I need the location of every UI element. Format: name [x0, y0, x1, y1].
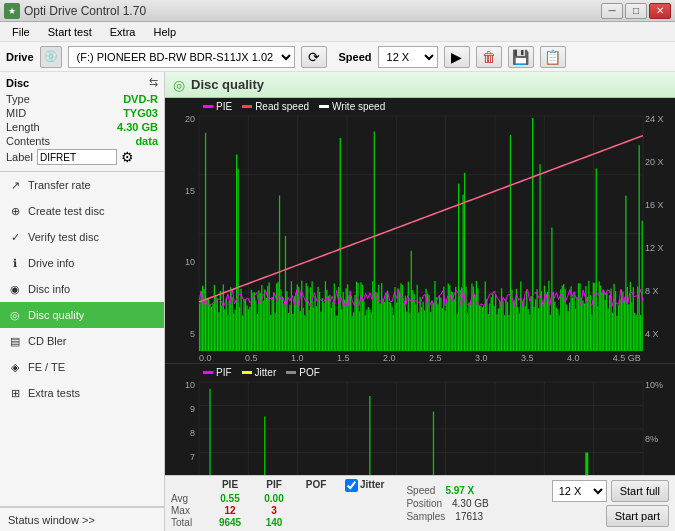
sidebar-item-label: Create test disc — [28, 205, 104, 217]
disc-label-settings-icon[interactable]: ⚙ — [121, 149, 134, 165]
disc-info-icon: ◉ — [8, 282, 22, 296]
main-layout: Disc ⇆ Type DVD-R MID TYG03 Length 4.30 … — [0, 72, 675, 531]
create-test-disc-icon: ⊕ — [8, 204, 22, 218]
top-chart-legend: PIE Read speed Write speed — [203, 101, 385, 112]
main-content: ◎ Disc quality PIE Read speed — [165, 72, 675, 531]
drive-info-icon: ℹ — [8, 256, 22, 270]
bottom-chart-y-axis-right: 10%8%6%4%2% — [645, 380, 673, 475]
clear-icon[interactable]: 🗑 — [476, 46, 502, 68]
speed-select[interactable]: 12 X — [378, 46, 438, 68]
top-chart-x-axis: 0.00.51.01.52.02.53.03.54.04.5 GB — [165, 353, 675, 363]
status-window-label: Status window >> — [8, 514, 95, 526]
speed-combo-select[interactable]: 12 X — [552, 480, 607, 502]
fe-te-icon: ◈ — [8, 360, 22, 374]
maximize-button[interactable]: □ — [625, 3, 647, 19]
sidebar-item-drive-info[interactable]: ℹ Drive info — [0, 250, 164, 276]
pie-legend-label: PIE — [216, 101, 232, 112]
content-header: ◎ Disc quality — [165, 72, 675, 98]
nav-items: ↗ Transfer rate ⊕ Create test disc ✓ Ver… — [0, 172, 164, 506]
sidebar-item-create-test-disc[interactable]: ⊕ Create test disc — [0, 198, 164, 224]
disc-type-value: DVD-R — [123, 93, 158, 105]
sidebar-item-extra-tests[interactable]: ⊞ Extra tests — [0, 380, 164, 406]
position-value: 4.30 GB — [452, 498, 489, 509]
disc-panel: Disc ⇆ Type DVD-R MID TYG03 Length 4.30 … — [0, 72, 164, 172]
status-window-button[interactable]: Status window >> — [0, 507, 164, 531]
sidebar-item-disc-info[interactable]: ◉ Disc info — [0, 276, 164, 302]
save-icon[interactable]: 💾 — [508, 46, 534, 68]
disc-arrows-icon[interactable]: ⇆ — [149, 76, 158, 89]
jitter-checkbox[interactable] — [345, 479, 358, 492]
app-title: Opti Drive Control 1.70 — [24, 4, 146, 18]
drive-select[interactable]: (F:) PIONEER BD-RW BDR-S11JX 1.02 — [68, 46, 295, 68]
drive-bar: Drive 💿 (F:) PIONEER BD-RW BDR-S11JX 1.0… — [0, 42, 675, 72]
top-chart-y-axis-right: 24 X 20 X 16 X 12 X 8 X 4 X — [645, 114, 673, 339]
menu-bar: File Start test Extra Help — [0, 22, 675, 42]
stats-max-label: Max — [171, 505, 207, 516]
sidebar-item-disc-quality[interactable]: ◎ Disc quality — [0, 302, 164, 328]
drive-refresh-icon[interactable]: ⟳ — [301, 46, 327, 68]
pof-legend-label: POF — [299, 367, 320, 378]
title-bar: ★ Opti Drive Control 1.70 ─ □ ✕ — [0, 0, 675, 22]
stats-avg-pif: 0.00 — [253, 493, 295, 504]
stats-total-pie: 9645 — [209, 517, 251, 528]
sidebar-item-cd-bler[interactable]: ▤ CD Bler — [0, 328, 164, 354]
disc-quality-header-icon: ◎ — [173, 77, 185, 93]
extra-tests-icon: ⊞ — [8, 386, 22, 400]
export-icon[interactable]: 📋 — [540, 46, 566, 68]
minimize-button[interactable]: ─ — [601, 3, 623, 19]
stats-total-pif: 140 — [253, 517, 295, 528]
pif-legend-label: PIF — [216, 367, 232, 378]
sidebar-item-transfer-rate[interactable]: ↗ Transfer rate — [0, 172, 164, 198]
sidebar-item-label: Extra tests — [28, 387, 80, 399]
bottom-chart-legend: PIF Jitter POF — [203, 367, 320, 378]
stats-total-label: Total — [171, 517, 207, 528]
start-full-button[interactable]: Start full — [611, 480, 669, 502]
sidebar-item-label: CD Bler — [28, 335, 67, 347]
position-label: Position — [406, 498, 442, 509]
disc-panel-title: Disc — [6, 77, 29, 89]
menu-file[interactable]: File — [4, 24, 38, 40]
menu-start-test[interactable]: Start test — [40, 24, 100, 40]
sidebar-item-fe-te[interactable]: ◈ FE / TE — [0, 354, 164, 380]
charts-area: PIE Read speed Write speed 20 15 — [165, 98, 675, 475]
sidebar-item-label: Verify test disc — [28, 231, 99, 243]
stats-avg-label: Avg — [171, 493, 207, 504]
verify-test-disc-icon: ✓ — [8, 230, 22, 244]
sidebar: Disc ⇆ Type DVD-R MID TYG03 Length 4.30 … — [0, 72, 165, 531]
pof-legend-color — [286, 371, 296, 374]
speed-go-icon[interactable]: ▶ — [444, 46, 470, 68]
stats-jitter-header: Jitter — [360, 479, 384, 492]
disc-mid-label: MID — [6, 107, 26, 119]
disc-type-label: Type — [6, 93, 30, 105]
cd-bler-icon: ▤ — [8, 334, 22, 348]
sidebar-item-label: Drive info — [28, 257, 74, 269]
top-chart — [165, 98, 675, 353]
sidebar-item-verify-test-disc[interactable]: ✓ Verify test disc — [0, 224, 164, 250]
disc-label-input[interactable] — [37, 149, 117, 165]
disc-contents-value: data — [135, 135, 158, 147]
bottom-chart-container: PIF Jitter POF 10987654321 — [165, 363, 675, 475]
disc-mid-value: TYG03 — [123, 107, 158, 119]
app-icon: ★ — [4, 3, 20, 19]
close-button[interactable]: ✕ — [649, 3, 671, 19]
bottom-chart-y-axis-left: 10987654321 — [167, 380, 195, 475]
sidebar-item-label: Disc quality — [28, 309, 84, 321]
top-chart-container: PIE Read speed Write speed 20 15 — [165, 98, 675, 353]
stats-middle: Speed 5.97 X Position 4.30 GB Samples 17… — [390, 485, 545, 522]
stats-pif-header: PIF — [253, 479, 295, 492]
disc-length-label: Length — [6, 121, 40, 133]
stats-table: PIE PIF POF Jitter Avg 0.55 0.00 Max — [171, 479, 384, 528]
read-speed-legend-color — [242, 105, 252, 108]
drive-label: Drive — [6, 51, 34, 63]
stats-panel: PIE PIF POF Jitter Avg 0.55 0.00 Max — [165, 475, 675, 531]
start-part-button[interactable]: Start part — [606, 505, 669, 527]
disc-quality-icon: ◎ — [8, 308, 22, 322]
menu-extra[interactable]: Extra — [102, 24, 144, 40]
jitter-legend-color — [242, 371, 252, 374]
drive-eject-icon[interactable]: 💿 — [40, 46, 62, 68]
transfer-rate-icon: ↗ — [8, 178, 22, 192]
menu-help[interactable]: Help — [145, 24, 184, 40]
samples-value: 17613 — [455, 511, 483, 522]
content-header-title: Disc quality — [191, 77, 264, 92]
sidebar-item-label: Transfer rate — [28, 179, 91, 191]
